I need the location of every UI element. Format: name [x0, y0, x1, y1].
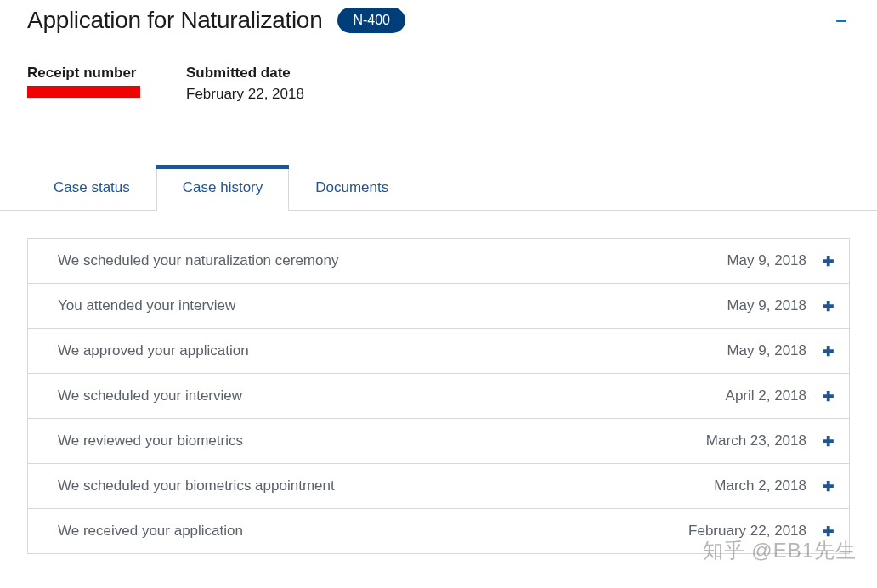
- history-list: We scheduled your naturalization ceremon…: [27, 238, 850, 554]
- history-item[interactable]: We approved your application May 9, 2018…: [28, 329, 849, 374]
- plus-icon: ✚: [822, 298, 834, 314]
- form-code-badge: N-400: [337, 8, 405, 33]
- history-item-title: We reviewed your biometrics: [58, 433, 706, 449]
- history-item[interactable]: We received your application February 22…: [28, 509, 849, 553]
- history-item-date: May 9, 2018: [727, 297, 806, 314]
- collapse-icon[interactable]: −: [835, 12, 846, 31]
- title-row: Application for Naturalization N-400: [27, 7, 850, 34]
- history-item[interactable]: We scheduled your interview April 2, 201…: [28, 374, 849, 419]
- page-title: Application for Naturalization: [27, 7, 322, 34]
- plus-icon: ✚: [822, 523, 834, 540]
- history-item-date: May 9, 2018: [727, 342, 806, 359]
- plus-icon: ✚: [822, 343, 834, 359]
- tab-case-status[interactable]: Case status: [27, 166, 156, 210]
- header: Application for Naturalization N-400 − R…: [0, 0, 877, 103]
- receipt-label: Receipt number: [27, 65, 140, 82]
- submitted-label: Submitted date: [186, 65, 304, 82]
- history-item[interactable]: We scheduled your biometrics appointment…: [28, 464, 849, 509]
- history-item-date: February 22, 2018: [688, 523, 806, 540]
- receipt-block: Receipt number: [27, 65, 140, 103]
- tab-documents[interactable]: Documents: [289, 166, 415, 210]
- tabs: Case status Case history Documents: [0, 166, 877, 211]
- history-item[interactable]: We reviewed your biometrics March 23, 20…: [28, 419, 849, 464]
- history-item-date: April 2, 2018: [726, 387, 806, 404]
- receipt-number-redacted: [27, 86, 140, 98]
- submitted-date: February 22, 2018: [186, 86, 304, 103]
- plus-icon: ✚: [822, 433, 834, 449]
- history-item-title: We approved your application: [58, 342, 727, 359]
- history-item-title: We scheduled your interview: [58, 387, 726, 404]
- meta-row: Receipt number Submitted date February 2…: [27, 65, 850, 103]
- history-item-title: We scheduled your naturalization ceremon…: [58, 252, 727, 269]
- plus-icon: ✚: [822, 253, 834, 269]
- history-item-title: You attended your interview: [58, 297, 727, 314]
- history-item-date: May 9, 2018: [727, 252, 806, 269]
- submitted-block: Submitted date February 22, 2018: [186, 65, 304, 103]
- history-item-title: We scheduled your biometrics appointment: [58, 478, 714, 495]
- history-item-title: We received your application: [58, 523, 688, 540]
- plus-icon: ✚: [822, 478, 834, 495]
- history-item-date: March 2, 2018: [714, 478, 806, 495]
- history-item[interactable]: You attended your interview May 9, 2018 …: [28, 284, 849, 329]
- history-item-date: March 23, 2018: [706, 433, 806, 449]
- plus-icon: ✚: [822, 388, 834, 404]
- content: We scheduled your naturalization ceremon…: [0, 211, 877, 554]
- history-item[interactable]: We scheduled your naturalization ceremon…: [28, 239, 849, 284]
- tab-case-history[interactable]: Case history: [156, 166, 289, 210]
